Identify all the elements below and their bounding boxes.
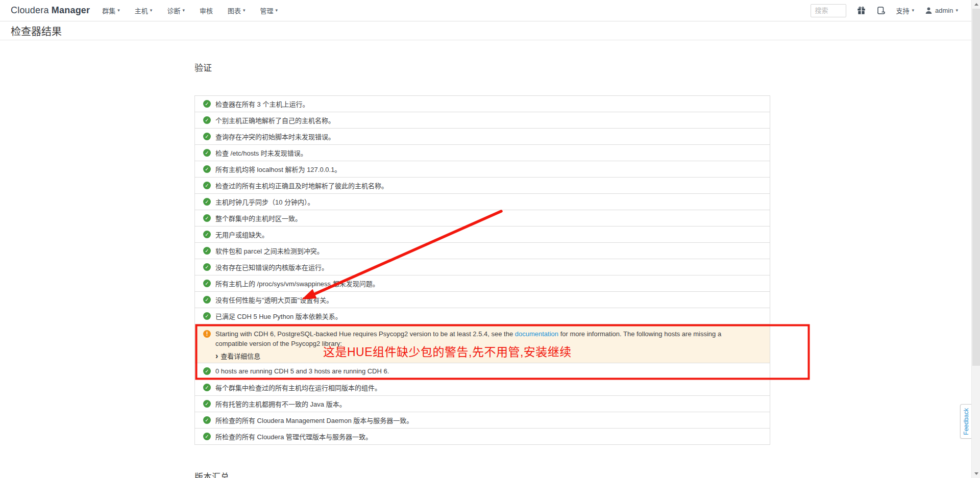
check-ok-icon: ✓ bbox=[203, 400, 211, 408]
top-navbar: Cloudera Manager 群集▾主机▾诊断▾审核图表▾管理▾ bbox=[0, 0, 971, 21]
feedback-tab[interactable]: Feedback bbox=[960, 404, 971, 439]
check-text: 所检查的所有 Cloudera 管理代理版本与服务器一致。 bbox=[215, 432, 372, 441]
check-text: 主机时钟几乎同步（10 分钟内）。 bbox=[215, 197, 314, 207]
nav-item-clusters[interactable]: 群集▾ bbox=[102, 6, 120, 15]
check-text: 所检查的所有 Cloudera Management Daemon 版本与服务器… bbox=[215, 415, 413, 425]
caret-down-icon: ▾ bbox=[276, 8, 278, 13]
check-row: ✓整个群集中的主机时区一致。 bbox=[195, 210, 770, 227]
check-row: ✓检查器在所有 3 个主机上运行。 bbox=[195, 96, 770, 112]
check-ok-icon: ✓ bbox=[203, 100, 211, 108]
check-ok-icon: ✓ bbox=[203, 231, 211, 238]
support-dropdown[interactable]: 支持 ▾ bbox=[896, 6, 915, 15]
check-text: 所有主机上的 /proc/sys/vm/swappiness 都未发现问题。 bbox=[215, 279, 379, 288]
check-row: ✓检查过的所有主机均正确且及时地解析了彼此的主机名称。 bbox=[195, 178, 770, 194]
documentation-link[interactable]: documentation bbox=[515, 330, 558, 338]
check-text: 所有托管的主机都拥有不一致的 Java 版本。 bbox=[215, 399, 346, 409]
vertical-scrollbar[interactable] bbox=[971, 0, 980, 478]
chevron-right-icon: › bbox=[215, 352, 218, 360]
check-row: ✓所有托管的主机都拥有不一致的 Java 版本。 bbox=[195, 396, 770, 412]
nav-item-label: 诊断 bbox=[167, 6, 180, 15]
nav-item-label: 管理 bbox=[260, 6, 273, 15]
caret-down-icon: ▾ bbox=[955, 8, 958, 13]
warning-icon: ! bbox=[203, 330, 211, 338]
check-ok-icon: ✓ bbox=[203, 280, 211, 287]
check-row: ✓已满足 CDH 5 Hue Python 版本依赖关系。 bbox=[195, 308, 770, 324]
view-details-label: 查看详细信息 bbox=[220, 351, 260, 361]
search-input[interactable] bbox=[811, 4, 846, 17]
nav-item-label: 图表 bbox=[228, 6, 241, 15]
nav-item-audits[interactable]: 审核 bbox=[200, 6, 213, 15]
scrollbar-thumb[interactable] bbox=[972, 9, 980, 366]
check-table: ✓检查器在所有 3 个主机上运行。✓个别主机正确地解析了自己的主机名称。✓查询存… bbox=[194, 95, 770, 445]
check-ok-icon: ✓ bbox=[203, 116, 211, 124]
check-ok-icon: ✓ bbox=[203, 296, 211, 304]
check-row: ✓每个群集中检查过的所有主机均在运行相同版本的组件。 bbox=[195, 380, 770, 396]
caret-down-icon: ▾ bbox=[117, 8, 120, 13]
brand-bold: Manager bbox=[52, 5, 90, 15]
user-icon bbox=[925, 7, 933, 14]
check-row: ✓所检查的所有 Cloudera 管理代理版本与服务器一致。 bbox=[195, 429, 770, 445]
nav-item-diagnostics[interactable]: 诊断▾ bbox=[167, 6, 185, 15]
check-ok-icon: ✓ bbox=[203, 149, 211, 157]
caret-down-icon: ▾ bbox=[150, 8, 153, 13]
check-ok-icon: ✓ bbox=[203, 214, 211, 222]
user-dropdown[interactable]: admin ▾ bbox=[925, 7, 958, 14]
caret-down-icon: ▾ bbox=[182, 8, 185, 13]
check-ok-icon: ✓ bbox=[203, 133, 211, 140]
check-text: 检查 /etc/hosts 时未发现错误。 bbox=[215, 148, 307, 158]
parcel-gift-icon[interactable] bbox=[857, 6, 866, 15]
warning-text: Starting with CDH 6, PostgreSQL-backed H… bbox=[215, 330, 515, 338]
scroll-down-arrow-icon[interactable] bbox=[972, 469, 980, 478]
scroll-up-arrow-icon[interactable] bbox=[972, 0, 980, 9]
nav-item-label: 审核 bbox=[200, 6, 213, 15]
check-ok-icon: ✓ bbox=[203, 384, 211, 391]
page-title: 检查器结果 bbox=[11, 23, 62, 38]
brand-logo[interactable]: Cloudera Manager bbox=[11, 5, 90, 16]
check-row: ✓个别主机正确地解析了自己的主机名称。 bbox=[195, 112, 770, 129]
cloudera-manager-page: Cloudera Manager 群集▾主机▾诊断▾审核图表▾管理▾ bbox=[0, 0, 980, 478]
validation-heading: 验证 bbox=[194, 61, 212, 73]
version-summary-heading: 版本汇总 bbox=[194, 470, 229, 478]
brand-normal: Cloudera bbox=[11, 5, 49, 15]
check-ok-icon: ✓ bbox=[203, 263, 211, 271]
support-label: 支持 bbox=[896, 6, 910, 15]
check-ok-icon: ✓ bbox=[203, 198, 211, 206]
page-header: 检查器结果 bbox=[0, 21, 971, 40]
check-text: 已满足 CDH 5 Hue Python 版本依赖关系。 bbox=[215, 311, 342, 321]
check-text: 检查器在所有 3 个主机上运行。 bbox=[215, 99, 309, 109]
check-row: ✓查询存在冲突的初始脚本时未发现错误。 bbox=[195, 129, 770, 145]
user-name: admin bbox=[935, 7, 953, 14]
caret-down-icon: ▾ bbox=[243, 8, 246, 13]
check-row: ✓检查 /etc/hosts 时未发现错误。 bbox=[195, 145, 770, 161]
running-commands-scroll-icon[interactable] bbox=[876, 6, 886, 15]
nav-menu: 群集▾主机▾诊断▾审核图表▾管理▾ bbox=[102, 6, 278, 15]
check-ok-icon: ✓ bbox=[203, 247, 211, 255]
check-row: ✓所检查的所有 Cloudera Management Daemon 版本与服务… bbox=[195, 412, 770, 429]
check-text: 软件包和 parcel 之间未检测到冲突。 bbox=[215, 246, 324, 256]
check-row: ✓没有存在已知错误的内核版本在运行。 bbox=[195, 259, 770, 275]
check-text: 所有主机均将 localhost 解析为 127.0.0.1。 bbox=[215, 164, 341, 174]
nav-item-hosts[interactable]: 主机▾ bbox=[135, 6, 153, 15]
nav-item-administration[interactable]: 管理▾ bbox=[260, 6, 278, 15]
nav-item-charts[interactable]: 图表▾ bbox=[228, 6, 246, 15]
check-row: ✓所有主机均将 localhost 解析为 127.0.0.1。 bbox=[195, 161, 770, 178]
caret-down-icon: ▾ bbox=[912, 8, 915, 13]
check-ok-icon: ✓ bbox=[203, 416, 211, 424]
check-ok-icon: ✓ bbox=[203, 433, 211, 440]
check-text: 整个群集中的主机时区一致。 bbox=[215, 213, 302, 223]
check-row: ✓主机时钟几乎同步（10 分钟内）。 bbox=[195, 194, 770, 210]
annotation-text: 这是HUE组件缺少包的警告,先不用管,安装继续 bbox=[323, 342, 572, 360]
check-text: 每个群集中检查过的所有主机均在运行相同版本的组件。 bbox=[215, 383, 381, 392]
check-text: 查询存在冲突的初始脚本时未发现错误。 bbox=[215, 132, 335, 141]
check-text: 检查过的所有主机均正确且及时地解析了彼此的主机名称。 bbox=[215, 181, 388, 190]
check-ok-icon: ✓ bbox=[203, 312, 211, 320]
check-ok-icon: ✓ bbox=[203, 165, 211, 173]
check-row: ✓软件包和 parcel 之间未检测到冲突。 bbox=[195, 243, 770, 259]
check-text: 个别主机正确地解析了自己的主机名称。 bbox=[215, 115, 335, 125]
warning-text-line1: Starting with CDH 6, PostgreSQL-backed H… bbox=[215, 329, 721, 339]
check-row: ✓0 hosts are running CDH 5 and 3 hosts a… bbox=[195, 363, 770, 380]
check-text: 0 hosts are running CDH 5 and 3 hosts ar… bbox=[215, 367, 389, 375]
check-text: 无用户或组缺失。 bbox=[215, 230, 268, 239]
check-row: ✓所有主机上的 /proc/sys/vm/swappiness 都未发现问题。 bbox=[195, 275, 770, 292]
check-text: 没有存在已知错误的内核版本在运行。 bbox=[215, 262, 328, 272]
